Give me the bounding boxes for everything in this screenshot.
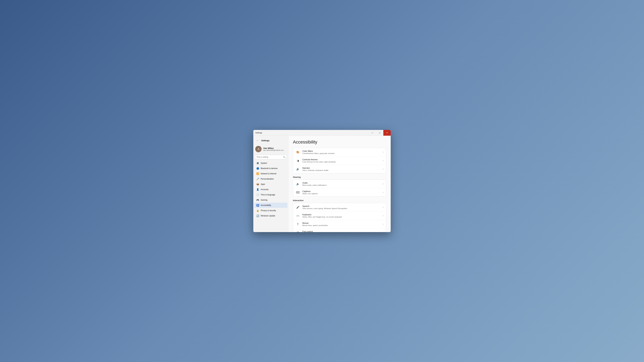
eye-control-icon: 👁️ (296, 230, 300, 232)
search-icon: 🔍 (283, 156, 286, 158)
search-input[interactable] (255, 155, 287, 159)
back-icon: ← (256, 139, 258, 142)
back-button[interactable]: ← (255, 138, 260, 143)
settings-window: Settings ─ □ ✕ ← Settings A (253, 130, 391, 232)
sidebar-item-label-privacy: Privacy & security (261, 209, 276, 212)
section-label-hearing: Hearing (293, 176, 386, 178)
mouse-title: Mouse (302, 222, 380, 224)
captions-desc: Styles, live captions (302, 193, 380, 195)
sidebar-item-gaming[interactable]: 🎮 Gaming (254, 197, 287, 203)
sidebar-item-label-bluetooth: Bluetooth & devices (261, 167, 278, 169)
color-filters-icon: 🎨 (296, 150, 300, 154)
speech-chevron: › (383, 206, 384, 208)
maximize-button[interactable]: □ (376, 130, 383, 136)
sidebar-item-privacy[interactable]: 🔒 Privacy & security (254, 208, 287, 213)
apps-icon: 📦 (256, 183, 259, 186)
gaming-icon: 🎮 (256, 199, 259, 201)
nav-list: 💻 System 🔵 Bluetooth & devices 📶 Network… (253, 161, 288, 218)
system-icon: 💻 (256, 162, 259, 165)
eye-control-chevron: › (383, 231, 384, 232)
sidebar-item-windows-update[interactable]: 🔄 Windows Update (254, 213, 287, 218)
narrator-desc: Voice, verbosity, keyboard, braille (302, 169, 380, 171)
captions-icon: CC (296, 190, 300, 195)
settings-list-vision: 🎨 Color filters Colorblindness filters, … (293, 148, 386, 173)
user-email: alex.wilbur000@outlook.com (263, 149, 284, 151)
narrator-text: Narrator Voice, verbosity, keyboard, bra… (302, 167, 380, 171)
main-content: Accessibility 🎨 Color filters Colorblind… (288, 136, 391, 232)
keyboard-title: Keyboard (302, 213, 380, 216)
time-icon: 🕐 (256, 193, 259, 196)
titlebar-title: Settings (255, 132, 262, 134)
sidebar-item-label-network: Network & internet (261, 173, 276, 175)
audio-title: Audio (302, 182, 380, 184)
sidebar-header: ← Settings (253, 137, 288, 145)
accounts-icon: 👤 (256, 188, 259, 191)
contrast-themes-desc: Color themes for low vision, light sensi… (302, 161, 380, 163)
page-title: Accessibility (293, 139, 386, 145)
sidebar-item-network[interactable]: 📶 Network & internet (254, 171, 287, 176)
settings-item-narrator[interactable]: 🔊 Narrator Voice, verbosity, keyboard, b… (293, 165, 386, 173)
settings-list-interaction: 🎤 Speech Voice access, voice typing, Win… (293, 203, 386, 232)
avatar: A (255, 146, 262, 152)
sidebar-item-label-time: Time & language (261, 194, 275, 196)
color-filters-text: Color filters Colorblindness filters, gr… (302, 150, 380, 154)
color-filters-chevron: › (383, 151, 384, 153)
settings-item-contrast-themes[interactable]: ◑ Contrast themes Color themes for low v… (293, 156, 386, 165)
speech-text: Speech Voice access, voice typing, Windo… (302, 205, 380, 209)
contrast-themes-text: Contrast themes Color themes for low vis… (302, 158, 380, 163)
contrast-themes-icon: ◑ (296, 158, 300, 163)
sidebar-item-label-windows-update: Windows Update (261, 215, 275, 217)
sidebar: ← Settings A Alex Wilbur alex.wilbur000@… (253, 136, 288, 232)
mouse-text: Mouse Mouse keys, speed, acceleration (302, 222, 380, 226)
titlebar-controls: ─ □ ✕ (369, 130, 391, 135)
sidebar-item-label-apps: Apps (261, 183, 265, 185)
speech-icon: 🎤 (296, 205, 300, 209)
sidebar-item-label-system: System (261, 162, 267, 164)
accessibility-icon: ♿ (256, 204, 259, 207)
close-button[interactable]: ✕ (383, 130, 391, 136)
sidebar-item-personalization[interactable]: 🖌️ Personalization (254, 176, 287, 181)
minimize-button[interactable]: ─ (369, 130, 376, 136)
network-icon: 📶 (256, 172, 259, 175)
sidebar-item-accessibility[interactable]: ♿ Accessibility (254, 203, 287, 208)
contrast-themes-chevron: › (383, 159, 384, 162)
sidebar-item-time[interactable]: 🕐 Time & language (254, 192, 287, 197)
audio-text: Audio Mono audio, audio notifications (302, 182, 380, 186)
user-profile[interactable]: A Alex Wilbur alex.wilbur000@outlook.com (253, 145, 288, 155)
desktop: Settings ─ □ ✕ ← Settings A (0, 0, 644, 362)
sidebar-item-label-accessibility: Accessibility (261, 204, 271, 206)
settings-item-eye-control[interactable]: 👁️ Eye control Eye tracker, text-to-spee… (293, 228, 386, 232)
settings-item-mouse[interactable]: 🖱️ Mouse Mouse keys, speed, acceleration… (293, 220, 386, 228)
captions-chevron: › (383, 191, 384, 193)
settings-item-audio[interactable]: 🔉 Audio Mono audio, audio notifications … (293, 180, 386, 188)
mouse-chevron: › (383, 223, 384, 225)
titlebar: Settings ─ □ ✕ (253, 130, 391, 136)
sidebar-item-accounts[interactable]: 👤 Accounts (254, 187, 287, 192)
keyboard-icon: ⌨️ (296, 213, 300, 218)
settings-item-captions[interactable]: CC Captions Styles, live captions › (293, 188, 386, 196)
narrator-title: Narrator (302, 167, 380, 169)
sidebar-item-label-accounts: Accounts (261, 188, 268, 191)
sidebar-item-bluetooth[interactable]: 🔵 Bluetooth & devices (254, 166, 287, 171)
color-filters-title: Color filters (302, 150, 380, 152)
keyboard-desc: Sticky, Filter, and Toggle keys, on-scre… (302, 216, 380, 218)
audio-chevron: › (383, 183, 384, 185)
sidebar-item-apps[interactable]: 📦 Apps (254, 182, 287, 187)
speech-title: Speech (302, 205, 380, 207)
avatar-letter: A (258, 148, 260, 150)
speech-desc: Voice access, voice typing, Windows Spee… (302, 208, 380, 209)
content-area: ← Settings A Alex Wilbur alex.wilbur000@… (253, 136, 391, 232)
narrator-chevron: › (383, 168, 384, 170)
audio-icon: 🔉 (296, 182, 300, 186)
settings-item-color-filters[interactable]: 🎨 Color filters Colorblindness filters, … (293, 148, 386, 156)
settings-item-speech[interactable]: 🎤 Speech Voice access, voice typing, Win… (293, 203, 386, 212)
settings-item-keyboard[interactable]: ⌨️ Keyboard Sticky, Filter, and Toggle k… (293, 212, 386, 220)
contrast-themes-title: Contrast themes (302, 158, 380, 161)
privacy-icon: 🔒 (256, 209, 259, 212)
audio-desc: Mono audio, audio notifications (302, 184, 380, 186)
sidebar-item-system[interactable]: 💻 System (254, 161, 287, 166)
captions-text: Captions Styles, live captions (302, 190, 380, 195)
settings-list-hearing: 🔉 Audio Mono audio, audio notifications … (293, 180, 386, 197)
eye-control-text: Eye control Eye tracker, text-to-speech (302, 230, 380, 232)
mouse-desc: Mouse keys, speed, acceleration (302, 224, 380, 226)
